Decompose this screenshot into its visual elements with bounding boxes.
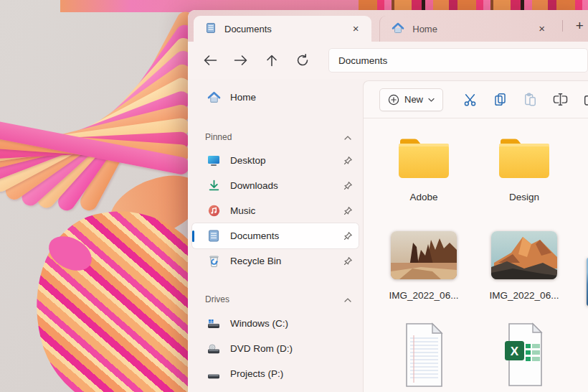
- desktop-icon: [207, 154, 221, 168]
- sidebar-item-dvd-d[interactable]: DVD Rom (D:): [192, 336, 359, 361]
- image-thumbnail: [491, 231, 557, 279]
- dvd-drive-icon: [207, 342, 221, 356]
- desktop: Documents × Home × +: [0, 0, 588, 392]
- tab-strip: Documents × Home × +: [188, 10, 588, 42]
- section-pinned: Pinned: [188, 129, 363, 146]
- navigation-pane: Home Pinned: [188, 79, 363, 392]
- sidebar-item-label: Projects (P:): [230, 368, 283, 379]
- sidebar-item-label: Desktop: [230, 155, 266, 166]
- image-item-1[interactable]: IMG_2022_06...: [374, 231, 474, 301]
- sidebar-item-desktop[interactable]: Desktop: [192, 148, 359, 173]
- sidebar-item-label: Recycle Bin: [230, 256, 281, 266]
- tab-strip-divider: [562, 20, 563, 32]
- close-tab-icon[interactable]: ×: [535, 22, 549, 36]
- text-document-icon: [403, 322, 445, 387]
- folder-item-adobe[interactable]: Adobe: [374, 134, 474, 202]
- home-tab-icon: [392, 22, 404, 36]
- rename-button[interactable]: [545, 87, 575, 113]
- paste-button[interactable]: [515, 87, 545, 113]
- windows-drive-icon: [207, 317, 221, 331]
- folder-item-design[interactable]: Design: [474, 134, 574, 202]
- pin-icon[interactable]: [343, 256, 353, 266]
- up-button[interactable]: [260, 49, 284, 72]
- share-button[interactable]: [575, 87, 588, 113]
- chevron-up-icon[interactable]: [344, 294, 351, 304]
- sidebar-item-label: Windows (C:): [230, 318, 288, 329]
- back-button[interactable]: [198, 49, 222, 72]
- excel-document-icon: X: [503, 322, 545, 387]
- tab-label: Documents: [224, 24, 348, 34]
- chevron-down-icon: [428, 98, 435, 102]
- image-item-2[interactable]: IMG_2022_06...: [474, 231, 574, 301]
- address-text: Documents: [338, 55, 387, 66]
- sidebar-item-documents[interactable]: Documents: [192, 223, 359, 248]
- copy-button[interactable]: [485, 87, 515, 113]
- pin-icon[interactable]: [343, 156, 353, 166]
- pin-icon[interactable]: [343, 181, 353, 191]
- excel-document-item[interactable]: X: [474, 322, 574, 387]
- cut-button[interactable]: [455, 87, 485, 113]
- command-bar: New: [364, 81, 588, 118]
- item-label: Design: [509, 192, 539, 202]
- sidebar-item-downloads[interactable]: Downloads: [192, 173, 359, 198]
- folder-icon: [394, 134, 453, 181]
- refresh-button[interactable]: [290, 49, 315, 72]
- chevron-up-icon[interactable]: [344, 132, 351, 142]
- tab-home[interactable]: Home ×: [379, 16, 557, 42]
- drive-icon: [207, 367, 221, 381]
- file-explorer-window: Documents × Home × +: [188, 10, 588, 392]
- sidebar-item-label: DVD Rom (D:): [230, 343, 293, 354]
- forward-button[interactable]: [229, 49, 253, 72]
- text-document-item[interactable]: [374, 322, 474, 387]
- section-title: Drives: [205, 294, 229, 304]
- documents-icon: [207, 229, 221, 243]
- image-thumbnail: [391, 231, 457, 279]
- sidebar-item-music[interactable]: Music: [192, 198, 359, 223]
- downloads-icon: [207, 179, 221, 193]
- svg-text:X: X: [511, 345, 519, 358]
- sidebar-item-recycle-bin[interactable]: Recycle Bin: [192, 248, 359, 274]
- folder-icon: [495, 134, 554, 181]
- new-tab-button[interactable]: +: [572, 17, 588, 34]
- sidebar-item-home[interactable]: Home: [192, 85, 359, 110]
- new-button[interactable]: New: [379, 88, 443, 111]
- sidebar-item-label: Documents: [230, 230, 279, 241]
- file-grid: Adobe Design: [364, 134, 588, 387]
- pin-icon[interactable]: [343, 206, 353, 216]
- sidebar-item-label: Music: [230, 205, 255, 216]
- file-list-panel: New: [363, 80, 588, 392]
- document-tab-icon: [205, 22, 217, 36]
- tab-label: Home: [412, 24, 534, 34]
- section-drives: Drives: [188, 291, 363, 308]
- item-label: IMG_2022_06...: [490, 290, 559, 301]
- close-tab-icon[interactable]: ×: [348, 22, 363, 36]
- item-label: IMG_2022_06...: [389, 290, 459, 301]
- home-icon: [207, 90, 221, 105]
- sidebar-item-projects-p[interactable]: Projects (P:): [192, 361, 359, 386]
- music-icon: [207, 204, 221, 218]
- recycle-bin-icon: [207, 254, 221, 269]
- pin-icon[interactable]: [343, 231, 353, 241]
- navigation-bar: Documents: [188, 42, 588, 79]
- item-label: Adobe: [409, 192, 437, 202]
- address-bar[interactable]: Documents: [328, 48, 588, 73]
- section-title: Pinned: [205, 132, 232, 142]
- sidebar-item-label: Home: [230, 92, 256, 103]
- tab-documents[interactable]: Documents ×: [194, 16, 371, 42]
- sidebar-item-windows-c[interactable]: Windows (C:): [192, 311, 359, 336]
- sidebar-item-label: Downloads: [230, 180, 278, 191]
- new-button-label: New: [404, 94, 423, 105]
